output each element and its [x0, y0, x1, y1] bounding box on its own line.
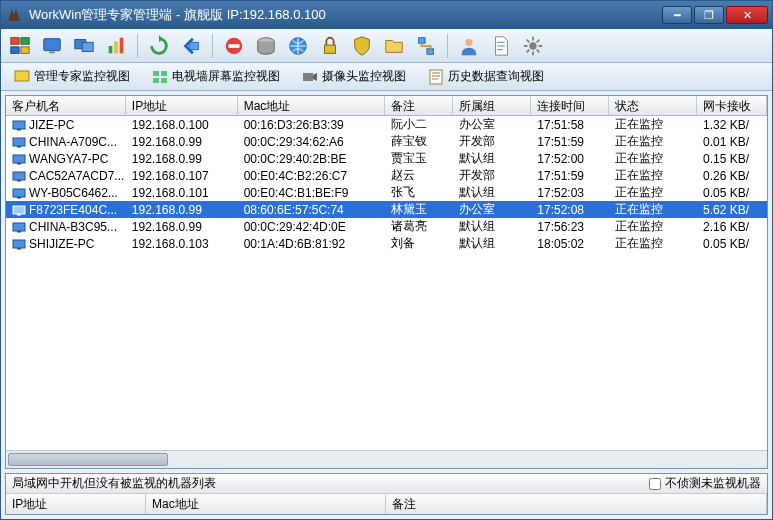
svg-rect-39	[17, 214, 21, 216]
table-row[interactable]: WANGYA7-PC192.168.0.9900:0C:29:40:2B:BE贾…	[6, 150, 767, 167]
tab-label: 历史数据查询视图	[448, 68, 544, 85]
toolbar-network-icon[interactable]	[413, 33, 439, 59]
svg-rect-23	[161, 71, 167, 76]
no-detect-checkbox[interactable]: 不侦测未监视机器	[649, 475, 761, 492]
table-row[interactable]: CAC52A7ACD7...192.168.0.10700:E0:4C:B2:2…	[6, 167, 767, 184]
unmonitored-panel: 局域网中开机但没有被监视的机器列表 不侦测未监视机器 IP地址 Mac地址 备注	[5, 473, 768, 515]
monitor-icon	[12, 137, 26, 148]
svg-rect-8	[109, 46, 113, 53]
svg-rect-38	[13, 206, 25, 214]
bottom-col-mac[interactable]: Mac地址	[146, 494, 386, 514]
svg-rect-21	[15, 71, 29, 81]
svg-rect-30	[13, 138, 25, 146]
col-header-status[interactable]: 状态	[609, 96, 697, 115]
col-header-time[interactable]: 连接时间	[531, 96, 609, 115]
toolbar-folder-icon[interactable]	[381, 33, 407, 59]
svg-rect-28	[13, 121, 25, 129]
svg-rect-0	[11, 37, 19, 43]
monitor-icon	[12, 205, 26, 216]
table-row[interactable]: CHINA-B3C95...192.168.0.9900:0C:29:42:4D…	[6, 218, 767, 235]
bottom-col-note[interactable]: 备注	[386, 494, 767, 514]
svg-rect-13	[229, 44, 240, 48]
maximize-button[interactable]: ❐	[694, 6, 724, 24]
table-body: JIZE-PC192.168.0.10000:16:D3:26:B3:39阮小二…	[6, 116, 767, 450]
svg-rect-29	[17, 129, 21, 131]
table-row[interactable]: WY-B05C6462...192.168.0.10100:E0:4C:B1:B…	[6, 184, 767, 201]
toolbar-disk-icon[interactable]	[253, 33, 279, 59]
svg-rect-22	[153, 71, 159, 76]
svg-rect-40	[13, 223, 25, 231]
svg-rect-26	[303, 73, 313, 81]
col-header-net[interactable]: 网卡接收	[697, 96, 767, 115]
client-table: 客户机名 IP地址 Mac地址 备注 所属组 连接时间 状态 网卡接收 JIZE…	[5, 95, 768, 469]
svg-rect-33	[17, 163, 21, 165]
table-row[interactable]: JIZE-PC192.168.0.10000:16:D3:26:B3:39阮小二…	[6, 116, 767, 133]
toolbar-gear-icon[interactable]	[520, 33, 546, 59]
toolbar-screens-icon[interactable]	[7, 33, 33, 59]
table-row[interactable]: CHINA-A709C...192.168.0.9900:0C:29:34:62…	[6, 133, 767, 150]
tab-tv-wall[interactable]: 电视墙屏幕监控视图	[145, 65, 287, 88]
col-header-ip[interactable]: IP地址	[126, 96, 238, 115]
camera-icon	[302, 69, 318, 85]
bottom-col-ip[interactable]: IP地址	[6, 494, 146, 514]
no-detect-checkbox-input[interactable]	[649, 478, 661, 490]
scrollbar-thumb[interactable]	[8, 453, 168, 466]
col-header-name[interactable]: 客户机名	[6, 96, 126, 115]
svg-rect-10	[120, 37, 124, 53]
svg-rect-24	[153, 78, 159, 83]
svg-rect-18	[427, 48, 433, 54]
toolbar-dual-monitor-icon[interactable]	[71, 33, 97, 59]
monitor-icon	[12, 222, 26, 233]
toolbar-document-icon[interactable]	[488, 33, 514, 59]
toolbar-separator	[137, 34, 138, 58]
svg-rect-3	[21, 46, 29, 52]
col-header-mac[interactable]: Mac地址	[238, 96, 386, 115]
svg-rect-7	[82, 42, 93, 51]
no-detect-label: 不侦测未监视机器	[665, 475, 761, 492]
toolbar-monitor-icon[interactable]	[39, 33, 65, 59]
svg-rect-35	[17, 180, 21, 182]
minimize-button[interactable]: ━	[662, 6, 692, 24]
svg-rect-41	[17, 231, 21, 233]
toolbar-back-icon[interactable]	[178, 33, 204, 59]
col-header-group[interactable]: 所属组	[453, 96, 531, 115]
tab-history-query[interactable]: 历史数据查询视图	[421, 65, 551, 88]
svg-rect-1	[21, 37, 29, 43]
monitor-yellow-icon	[14, 69, 30, 85]
tv-wall-icon	[152, 69, 168, 85]
monitor-icon	[12, 188, 26, 199]
monitor-icon	[12, 154, 26, 165]
toolbar-separator	[447, 34, 448, 58]
bottom-title: 局域网中开机但没有被监视的机器列表	[12, 475, 649, 492]
table-row[interactable]: SHIJIZE-PC192.168.0.10300:1A:4D:6B:81:92…	[6, 235, 767, 252]
horizontal-scrollbar[interactable]	[6, 450, 767, 468]
toolbar-shield-icon[interactable]	[349, 33, 375, 59]
close-button[interactable]: ✕	[726, 6, 768, 24]
toolbar-separator	[212, 34, 213, 58]
col-header-note[interactable]: 备注	[385, 96, 453, 115]
svg-rect-36	[13, 189, 25, 197]
tab-expert-monitor[interactable]: 管理专家监控视图	[7, 65, 137, 88]
tab-camera-monitor[interactable]: 摄像头监控视图	[295, 65, 413, 88]
svg-rect-43	[17, 248, 21, 250]
toolbar-user-icon[interactable]	[456, 33, 482, 59]
table-header: 客户机名 IP地址 Mac地址 备注 所属组 连接时间 状态 网卡接收	[6, 96, 767, 116]
svg-rect-9	[114, 41, 118, 53]
tab-label: 电视墙屏幕监控视图	[172, 68, 280, 85]
bottom-table-header: IP地址 Mac地址 备注	[6, 494, 767, 514]
title-bar: WorkWin管理专家管理端 - 旗舰版 IP:192.168.0.100 ━ …	[1, 1, 772, 29]
toolbar-lock-icon[interactable]	[317, 33, 343, 59]
history-icon	[428, 69, 444, 85]
toolbar-chart-icon[interactable]	[103, 33, 129, 59]
svg-rect-16	[325, 45, 336, 53]
svg-rect-4	[44, 38, 61, 50]
svg-point-20	[529, 42, 536, 49]
app-window: WorkWin管理专家管理端 - 旗舰版 IP:192.168.0.100 ━ …	[0, 0, 773, 520]
svg-rect-5	[49, 51, 55, 53]
table-row[interactable]: F8723FE404C...192.168.0.9908:60:6E:57:5C…	[6, 201, 767, 218]
toolbar-stop-icon[interactable]	[221, 33, 247, 59]
svg-rect-34	[13, 172, 25, 180]
toolbar-refresh-icon[interactable]	[146, 33, 172, 59]
toolbar-globe-icon[interactable]	[285, 33, 311, 59]
svg-rect-37	[17, 197, 21, 199]
